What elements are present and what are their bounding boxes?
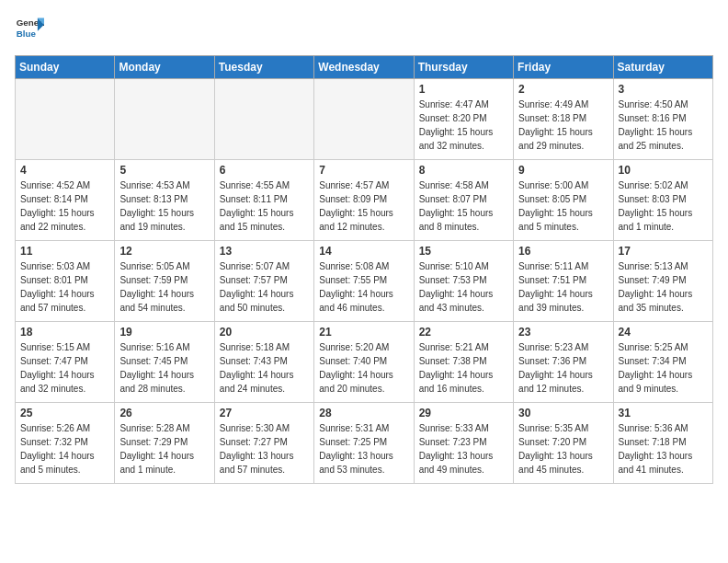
calendar-cell: 25Sunrise: 5:26 AM Sunset: 7:32 PM Dayli… [16,403,115,484]
calendar-week-1: 1Sunrise: 4:47 AM Sunset: 8:20 PM Daylig… [16,79,713,160]
day-number: 9 [518,164,608,177]
day-info: Sunrise: 5:18 AM Sunset: 7:43 PM Dayligh… [220,340,309,396]
day-info: Sunrise: 5:07 AM Sunset: 7:57 PM Dayligh… [220,259,309,315]
day-number: 29 [419,407,508,419]
weekday-header-sunday: Sunday [16,56,115,79]
day-info: Sunrise: 4:55 AM Sunset: 8:11 PM Dayligh… [220,178,309,234]
calendar-cell: 12Sunrise: 5:05 AM Sunset: 7:59 PM Dayli… [115,241,214,322]
calendar-cell: 23Sunrise: 5:23 AM Sunset: 7:36 PM Dayli… [514,322,613,403]
calendar-cell: 9Sunrise: 5:00 AM Sunset: 8:05 PM Daylig… [514,160,613,241]
day-info: Sunrise: 4:53 AM Sunset: 8:13 PM Dayligh… [119,178,209,234]
day-info: Sunrise: 5:35 AM Sunset: 7:20 PM Dayligh… [518,421,608,477]
calendar-cell: 3Sunrise: 4:50 AM Sunset: 8:16 PM Daylig… [613,79,712,160]
day-number: 17 [619,245,708,258]
day-number: 26 [119,407,209,419]
day-number: 13 [220,245,309,258]
day-number: 11 [20,245,109,258]
day-info: Sunrise: 5:00 AM Sunset: 8:05 PM Dayligh… [518,178,608,234]
calendar-cell: 24Sunrise: 5:25 AM Sunset: 7:34 PM Dayli… [613,322,712,403]
day-number: 10 [619,164,708,177]
calendar-cell: 31Sunrise: 5:36 AM Sunset: 7:18 PM Dayli… [613,403,712,484]
day-number: 31 [619,407,708,419]
day-info: Sunrise: 5:15 AM Sunset: 7:47 PM Dayligh… [20,340,109,396]
day-number: 14 [319,245,408,258]
day-info: Sunrise: 5:23 AM Sunset: 7:36 PM Dayligh… [518,340,608,396]
svg-text:Blue: Blue [17,29,37,39]
day-info: Sunrise: 4:47 AM Sunset: 8:20 PM Dayligh… [419,98,508,153]
day-info: Sunrise: 5:13 AM Sunset: 7:49 PM Dayligh… [619,259,708,315]
calendar-cell: 13Sunrise: 5:07 AM Sunset: 7:57 PM Dayli… [214,241,313,322]
calendar-cell: 19Sunrise: 5:16 AM Sunset: 7:45 PM Dayli… [115,322,214,403]
day-info: Sunrise: 4:49 AM Sunset: 8:18 PM Dayligh… [518,98,608,153]
day-number: 2 [518,83,608,96]
calendar-cell [314,79,414,160]
calendar-cell: 18Sunrise: 5:15 AM Sunset: 7:47 PM Dayli… [16,322,115,403]
calendar-week-5: 25Sunrise: 5:26 AM Sunset: 7:32 PM Dayli… [16,403,713,484]
weekday-header-row: SundayMondayTuesdayWednesdayThursdayFrid… [16,56,713,79]
day-number: 1 [419,83,508,96]
day-number: 24 [619,326,708,339]
day-info: Sunrise: 5:28 AM Sunset: 7:29 PM Dayligh… [119,421,209,477]
day-number: 12 [119,245,209,258]
calendar-cell: 21Sunrise: 5:20 AM Sunset: 7:40 PM Dayli… [314,322,414,403]
day-number: 3 [619,83,708,96]
day-info: Sunrise: 5:02 AM Sunset: 8:03 PM Dayligh… [619,178,708,234]
day-number: 21 [319,326,408,339]
calendar-week-2: 4Sunrise: 4:52 AM Sunset: 8:14 PM Daylig… [16,160,713,241]
day-number: 23 [518,326,608,339]
day-info: Sunrise: 5:16 AM Sunset: 7:45 PM Dayligh… [119,340,209,396]
calendar-cell: 30Sunrise: 5:35 AM Sunset: 7:20 PM Dayli… [514,403,613,484]
calendar-cell: 6Sunrise: 4:55 AM Sunset: 8:11 PM Daylig… [214,160,313,241]
weekday-header-wednesday: Wednesday [314,56,414,79]
calendar-cell: 10Sunrise: 5:02 AM Sunset: 8:03 PM Dayli… [613,160,712,241]
calendar-week-3: 11Sunrise: 5:03 AM Sunset: 8:01 PM Dayli… [16,241,713,322]
calendar-cell: 29Sunrise: 5:33 AM Sunset: 7:23 PM Dayli… [414,403,513,484]
calendar-cell: 11Sunrise: 5:03 AM Sunset: 8:01 PM Dayli… [16,241,115,322]
day-number: 18 [20,326,109,339]
day-info: Sunrise: 5:31 AM Sunset: 7:25 PM Dayligh… [319,421,408,477]
day-info: Sunrise: 5:03 AM Sunset: 8:01 PM Dayligh… [20,259,109,315]
calendar-cell: 5Sunrise: 4:53 AM Sunset: 8:13 PM Daylig… [115,160,214,241]
day-info: Sunrise: 4:58 AM Sunset: 8:07 PM Dayligh… [419,178,508,234]
day-info: Sunrise: 5:21 AM Sunset: 7:38 PM Dayligh… [419,340,508,396]
day-info: Sunrise: 4:57 AM Sunset: 8:09 PM Dayligh… [319,178,408,234]
logo-icon: General Blue [15,15,44,44]
day-number: 27 [220,407,309,419]
weekday-header-tuesday: Tuesday [214,56,313,79]
day-info: Sunrise: 5:08 AM Sunset: 7:55 PM Dayligh… [319,259,408,315]
calendar-week-4: 18Sunrise: 5:15 AM Sunset: 7:47 PM Dayli… [16,322,713,403]
day-info: Sunrise: 5:05 AM Sunset: 7:59 PM Dayligh… [119,259,209,315]
calendar-cell: 20Sunrise: 5:18 AM Sunset: 7:43 PM Dayli… [214,322,313,403]
logo: General Blue [15,15,44,44]
day-number: 19 [119,326,209,339]
day-info: Sunrise: 5:10 AM Sunset: 7:53 PM Dayligh… [419,259,508,315]
calendar-cell: 4Sunrise: 4:52 AM Sunset: 8:14 PM Daylig… [16,160,115,241]
day-number: 8 [419,164,508,177]
calendar-cell: 7Sunrise: 4:57 AM Sunset: 8:09 PM Daylig… [314,160,414,241]
day-number: 5 [119,164,209,177]
weekday-header-monday: Monday [115,56,214,79]
calendar-cell: 17Sunrise: 5:13 AM Sunset: 7:49 PM Dayli… [613,241,712,322]
header: General Blue [15,15,713,44]
calendar-cell: 27Sunrise: 5:30 AM Sunset: 7:27 PM Dayli… [214,403,313,484]
calendar-cell: 2Sunrise: 4:49 AM Sunset: 8:18 PM Daylig… [514,79,613,160]
day-info: Sunrise: 5:11 AM Sunset: 7:51 PM Dayligh… [518,259,608,315]
day-number: 4 [20,164,109,177]
calendar-cell: 14Sunrise: 5:08 AM Sunset: 7:55 PM Dayli… [314,241,414,322]
day-info: Sunrise: 4:50 AM Sunset: 8:16 PM Dayligh… [619,98,708,153]
calendar-cell: 26Sunrise: 5:28 AM Sunset: 7:29 PM Dayli… [115,403,214,484]
day-number: 25 [20,407,109,419]
calendar-cell: 28Sunrise: 5:31 AM Sunset: 7:25 PM Dayli… [314,403,414,484]
day-number: 20 [220,326,309,339]
weekday-header-friday: Friday [514,56,613,79]
day-info: Sunrise: 5:33 AM Sunset: 7:23 PM Dayligh… [419,421,508,477]
day-number: 6 [220,164,309,177]
calendar-cell: 16Sunrise: 5:11 AM Sunset: 7:51 PM Dayli… [514,241,613,322]
calendar-cell: 22Sunrise: 5:21 AM Sunset: 7:38 PM Dayli… [414,322,513,403]
day-number: 16 [518,245,608,258]
calendar-table: SundayMondayTuesdayWednesdayThursdayFrid… [15,55,713,484]
day-number: 30 [518,407,608,419]
day-info: Sunrise: 5:30 AM Sunset: 7:27 PM Dayligh… [220,421,309,477]
day-info: Sunrise: 5:36 AM Sunset: 7:18 PM Dayligh… [619,421,708,477]
day-number: 28 [319,407,408,419]
